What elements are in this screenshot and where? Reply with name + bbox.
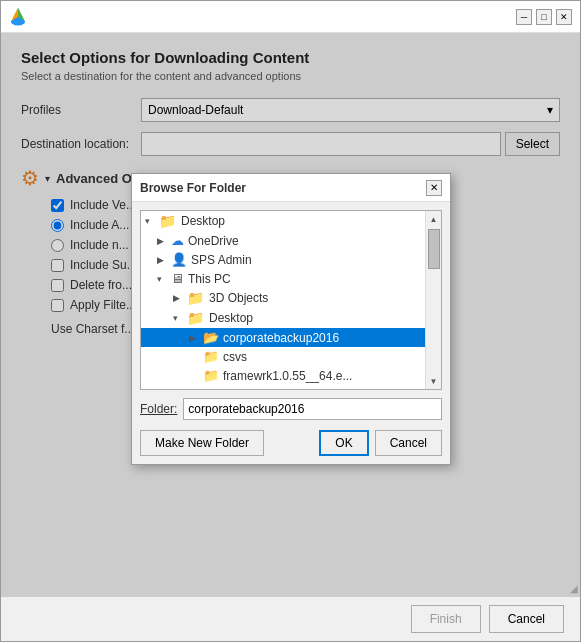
minimize-button[interactable]: ─ bbox=[516, 9, 532, 25]
tree-item-desktop-root[interactable]: ▾ 📁 Desktop bbox=[141, 211, 425, 231]
folder-yellow-icon: 📁 bbox=[203, 349, 219, 364]
cancel-button[interactable]: Cancel bbox=[375, 430, 442, 456]
title-bar-controls: ─ □ ✕ bbox=[516, 9, 572, 25]
tree-scroll-container: ▾ 📁 Desktop ▶ ☁ OneDrive bbox=[140, 210, 442, 390]
dialog-body: ▾ 📁 Desktop ▶ ☁ OneDrive bbox=[132, 202, 450, 464]
tree-item-thispc[interactable]: ▾ 🖥 This PC bbox=[141, 269, 425, 288]
modal-overlay: Browse For Folder ✕ ▾ 📁 Desktop bbox=[1, 33, 580, 596]
expand-arrow-icon: ▶ bbox=[157, 255, 171, 265]
expand-arrow-icon: ▶ bbox=[189, 333, 203, 343]
expand-arrow-icon: ▾ bbox=[145, 216, 159, 226]
tree-item-corporatebackup2016[interactable]: ▶ 📂 corporatebackup2016 bbox=[141, 328, 425, 347]
dialog-title: Browse For Folder bbox=[140, 181, 246, 195]
main-content: Select Options for Downloading Content S… bbox=[1, 33, 580, 596]
folder-icon: 📁 bbox=[187, 310, 205, 326]
expand-arrow-icon: ▶ bbox=[157, 236, 171, 246]
folder-input[interactable] bbox=[183, 398, 442, 420]
folder-icon: 📁 bbox=[159, 213, 177, 229]
folder-yellow-icon: 📁 bbox=[203, 368, 219, 383]
folder-input-row: Folder: bbox=[140, 398, 442, 420]
dialog-btn-group: OK Cancel bbox=[319, 430, 442, 456]
tree-item-label: corporatebackup2016 bbox=[223, 331, 339, 345]
scrollbar[interactable]: ▲ ▼ bbox=[425, 211, 441, 389]
user-icon: 👤 bbox=[171, 252, 187, 267]
tree-item-label: SPS Admin bbox=[191, 253, 252, 267]
tree-item-label: Desktop bbox=[209, 311, 253, 325]
scroll-down-button[interactable]: ▼ bbox=[426, 373, 442, 389]
tree-item-label: Desktop bbox=[181, 214, 225, 228]
scroll-thumb[interactable] bbox=[428, 229, 440, 269]
tree-item-sps-admin[interactable]: ▶ 👤 SPS Admin bbox=[141, 250, 425, 269]
close-button[interactable]: ✕ bbox=[556, 9, 572, 25]
title-bar: ─ □ ✕ bbox=[1, 1, 580, 33]
tree-item-framework[interactable]: 📁 framewrk1.0.55__64.e... bbox=[141, 366, 425, 385]
tree-item-onedrive[interactable]: ▶ ☁ OneDrive bbox=[141, 231, 425, 250]
onedrive-icon: ☁ bbox=[171, 233, 184, 248]
bottom-bar: Finish Cancel bbox=[1, 596, 580, 641]
tree-item-label: OneDrive bbox=[188, 234, 239, 248]
expand-arrow-icon: ▾ bbox=[157, 274, 171, 284]
folder-yellow-icon: 📂 bbox=[203, 330, 219, 345]
dialog-close-button[interactable]: ✕ bbox=[426, 180, 442, 196]
ok-button[interactable]: OK bbox=[319, 430, 368, 456]
browse-dialog: Browse For Folder ✕ ▾ 📁 Desktop bbox=[131, 173, 451, 465]
main-window: ─ □ ✕ Select Options for Downloading Con… bbox=[0, 0, 581, 642]
tree-item-label: csvs bbox=[223, 350, 247, 364]
maximize-button[interactable]: □ bbox=[536, 9, 552, 25]
dialog-title-bar: Browse For Folder ✕ bbox=[132, 174, 450, 202]
scroll-up-button[interactable]: ▲ bbox=[426, 211, 442, 227]
tree-item-label: This PC bbox=[188, 272, 231, 286]
title-bar-left bbox=[9, 8, 27, 26]
tree-item-csvs[interactable]: 📁 csvs bbox=[141, 347, 425, 366]
tree-item-label: framewrk1.0.55__64.e... bbox=[223, 369, 352, 383]
tree-item-label: 3D Objects bbox=[209, 291, 268, 305]
dialog-buttons: Make New Folder OK Cancel bbox=[140, 430, 442, 456]
expand-arrow-icon: ▶ bbox=[173, 293, 187, 303]
app-logo-icon bbox=[9, 8, 27, 26]
tree-item-3d-objects[interactable]: ▶ 📁 3D Objects bbox=[141, 288, 425, 308]
folder-input-label: Folder: bbox=[140, 402, 177, 416]
cancel-button[interactable]: Cancel bbox=[489, 605, 564, 633]
make-new-folder-button[interactable]: Make New Folder bbox=[140, 430, 264, 456]
tree-item-desktop-sub[interactable]: ▾ 📁 Desktop bbox=[141, 308, 425, 328]
pc-icon: 🖥 bbox=[171, 271, 184, 286]
resize-handle-icon: ◢ bbox=[570, 583, 578, 594]
expand-arrow-icon: ▾ bbox=[173, 313, 187, 323]
tree-inner: ▾ 📁 Desktop ▶ ☁ OneDrive bbox=[141, 211, 425, 389]
finish-button[interactable]: Finish bbox=[411, 605, 481, 633]
folder-icon: 📁 bbox=[187, 290, 205, 306]
